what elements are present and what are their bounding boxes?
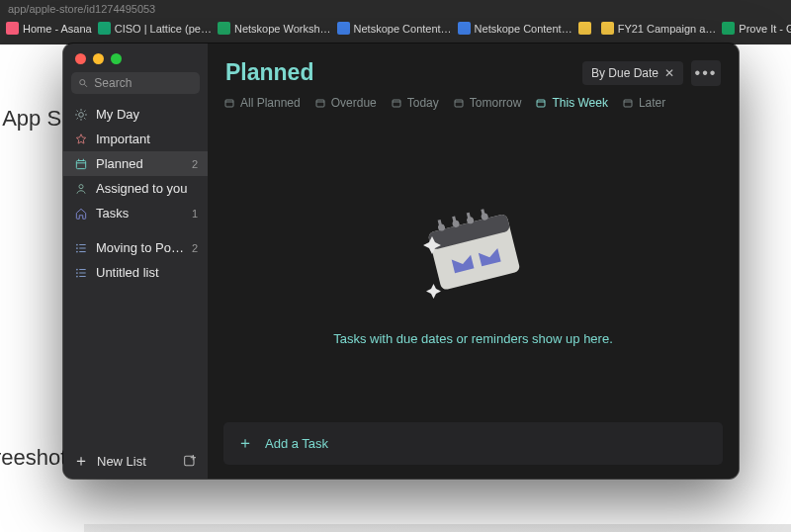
tab-label: Home - Asana	[23, 23, 92, 35]
browser-tab: FY21 Campaign a…	[601, 22, 717, 35]
bg-strip	[84, 524, 791, 532]
browser-tab: CISO | Lattice (pe…	[98, 22, 212, 35]
list-icon	[73, 265, 88, 280]
plus-icon: ＋	[237, 433, 253, 454]
filter-tomorrow[interactable]: Tomorrow	[453, 96, 522, 110]
sidebar-item-label: My Day	[96, 107, 198, 122]
date-filters: All PlannedOverdueTodayTomorrowThis Week…	[223, 96, 723, 110]
close-icon[interactable]: ✕	[664, 66, 674, 80]
search-input[interactable]	[94, 76, 193, 90]
filter-label: Today	[407, 96, 439, 110]
browser-tab: Netskope Worksh…	[218, 22, 331, 35]
tab-label: Prove It - Go	[739, 23, 791, 35]
svg-line-10	[84, 110, 85, 111]
calendar-icon	[223, 97, 235, 109]
star-icon	[73, 132, 88, 146]
tab-label: FY21 Campaign a…	[618, 23, 717, 35]
tab-favicon-icon	[458, 22, 471, 35]
svg-point-20	[76, 247, 78, 249]
sidebar-smart-lists: My DayImportantPlanned2Assigned to youTa…	[63, 102, 208, 225]
calendar-icon	[453, 97, 465, 109]
tab-label: CISO | Lattice (pe…	[115, 23, 212, 35]
sidebar-item-moving-to-portland[interactable]: Moving to Portland2	[63, 235, 208, 260]
svg-rect-33	[316, 100, 324, 107]
sidebar-item-label: Moving to Portland	[96, 240, 184, 255]
browser-tab: Netskope Content…	[337, 22, 452, 35]
new-list-button[interactable]: New List	[97, 454, 174, 469]
calendar-icon	[73, 156, 88, 171]
filter-today[interactable]: Today	[391, 96, 439, 110]
svg-rect-31	[225, 100, 233, 107]
filter-all-planned[interactable]: All Planned	[223, 96, 301, 110]
main-header: Planned By Due Date ✕ •••	[225, 59, 721, 86]
browser-tabs: Home - AsanaCISO | Lattice (pe…Netskope …	[0, 18, 791, 39]
more-button[interactable]: •••	[691, 60, 721, 86]
svg-line-7	[76, 110, 77, 111]
calendar-icon	[622, 97, 634, 109]
tab-label: Netskope Worksh…	[234, 23, 331, 35]
filter-label: This Week	[552, 96, 607, 110]
add-task-input[interactable]: ＋ Add a Task	[223, 422, 723, 465]
filter-label: Later	[639, 96, 665, 110]
browser-tab: Prove It - Go	[722, 22, 791, 35]
sidebar-item-important[interactable]: Important	[63, 127, 208, 151]
fullscreen-window-icon[interactable]	[111, 53, 122, 64]
sidebar-item-count: 2	[192, 158, 198, 170]
filter-this-week[interactable]: This Week	[535, 96, 607, 110]
tab-favicon-icon	[722, 22, 735, 35]
svg-point-26	[76, 272, 78, 274]
tab-label: Netskope Content…	[354, 23, 452, 35]
add-task-label: Add a Task	[265, 436, 328, 451]
sidebar-item-untitled-list[interactable]: Untitled list	[63, 260, 208, 285]
main-pane: Planned By Due Date ✕ ••• All PlannedOve…	[208, 44, 739, 479]
svg-line-1	[84, 84, 87, 87]
svg-rect-39	[537, 100, 545, 107]
calendar-icon	[314, 97, 326, 109]
filter-overdue[interactable]: Overdue	[314, 96, 377, 110]
sidebar-item-count: 1	[192, 208, 198, 220]
sidebar-item-tasks[interactable]: Tasks1	[63, 201, 208, 225]
sidebar-item-my-day[interactable]: My Day	[63, 102, 208, 127]
svg-point-0	[80, 80, 85, 85]
background-browser: app/apple-store/id1274495053 Home - Asan…	[0, 0, 791, 44]
sidebar-item-planned[interactable]: Planned2	[63, 151, 208, 176]
tab-favicon-icon	[98, 22, 111, 35]
svg-point-19	[76, 243, 78, 245]
home-icon	[73, 206, 88, 221]
new-group-icon[interactable]	[182, 453, 198, 469]
page-title: Planned	[225, 59, 313, 86]
browser-tab: Netskope Content…	[458, 22, 572, 35]
sun-icon	[73, 107, 88, 122]
sidebar-item-label: Assigned to you	[96, 181, 198, 196]
minimize-window-icon[interactable]	[93, 53, 104, 64]
sort-chip[interactable]: By Due Date ✕	[582, 61, 683, 85]
todo-app-window: My DayImportantPlanned2Assigned to youTa…	[63, 44, 739, 479]
search-field[interactable]	[71, 72, 200, 94]
person-icon	[73, 181, 88, 196]
window-traffic-lights	[63, 44, 208, 72]
close-window-icon[interactable]	[75, 53, 86, 64]
url-fragment: app/apple-store/id1274495053	[0, 0, 791, 18]
sidebar-user-lists: Moving to Portland2Untitled list	[63, 235, 208, 285]
tab-favicon-icon	[6, 22, 19, 35]
filter-label: Tomorrow	[470, 96, 522, 110]
empty-state: Tasks with due dates or reminders show u…	[223, 118, 723, 422]
sidebar-item-label: Planned	[96, 156, 184, 171]
search-icon	[78, 77, 88, 89]
sidebar-item-label: Important	[96, 132, 198, 146]
sort-chip-label: By Due Date	[591, 66, 659, 80]
sidebar-item-assigned-to-you[interactable]: Assigned to you	[63, 176, 208, 201]
browser-tab	[578, 22, 595, 35]
calendar-icon	[535, 97, 547, 109]
sidebar-footer: ＋ New List	[63, 443, 208, 479]
filter-later[interactable]: Later	[622, 96, 665, 110]
tab-favicon-icon	[337, 22, 350, 35]
svg-line-9	[76, 118, 77, 119]
tab-favicon-icon	[218, 22, 230, 35]
svg-rect-41	[624, 100, 632, 107]
bg-mac-app-text: ac App S	[0, 106, 61, 132]
svg-point-25	[76, 268, 78, 270]
svg-point-15	[78, 184, 82, 188]
sidebar-item-label: Untitled list	[96, 265, 198, 280]
svg-rect-37	[455, 100, 463, 107]
